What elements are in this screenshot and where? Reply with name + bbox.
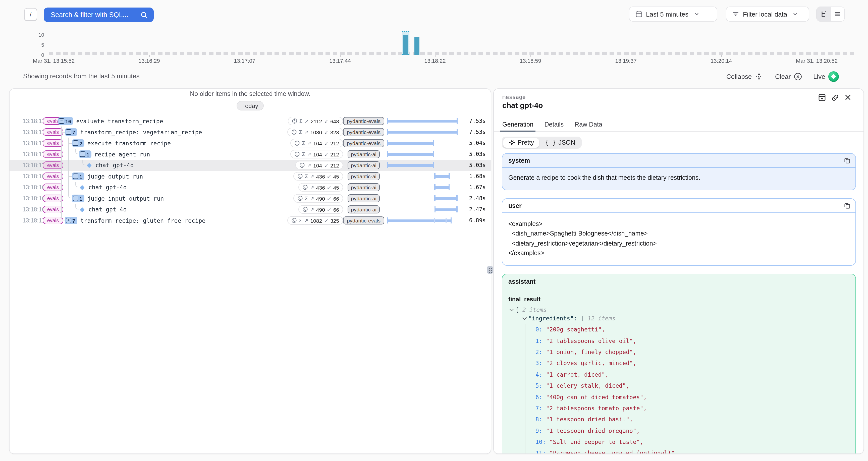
braces-icon: { } [545, 139, 556, 146]
today-pill[interactable]: Today [237, 101, 264, 111]
collapse-node-badge[interactable]: −1 [72, 173, 84, 180]
span-detail-title: chat gpt-4o [502, 101, 543, 110]
child-count: 2 [80, 140, 82, 146]
copy-icon[interactable] [844, 203, 850, 209]
json-array-item: 5:"1 celery stalk, diced", [535, 380, 849, 392]
trace-row[interactable]: 13:18:11 evals −16 evaluate transform_re… [9, 116, 491, 127]
close-icon[interactable] [844, 94, 851, 101]
records-histogram[interactable]: 10 5 0 Mar 31. 13:15:52 13:16:29 13:17:0… [0, 28, 868, 66]
duration-text: 7.53s [469, 129, 486, 135]
token-coin-icon [292, 118, 298, 124]
json-array-item: 3:"2 cloves garlic, minced", [535, 358, 849, 369]
tokens-in: 1030 [310, 129, 322, 135]
caret-down-icon[interactable] [509, 307, 514, 311]
tab-details[interactable]: Details [545, 118, 564, 131]
filter-icon [733, 10, 739, 18]
tokens-out: 325 [330, 217, 339, 223]
live-toggle[interactable]: Live [813, 71, 839, 82]
filter-local-data-dropdown[interactable]: Filter local data [726, 6, 809, 22]
item-index: 8: [535, 416, 542, 423]
search-button-label: Search & filter with SQL... [51, 11, 141, 19]
tokens-out: 45 [333, 184, 339, 190]
item-index: 4: [535, 371, 542, 378]
trace-row[interactable]: 13:18:11 evals −1 recipe_agent run Σ↗104… [9, 149, 491, 160]
token-metrics-badge: ↗436↙45 [299, 183, 343, 192]
json-array-item: 6:"400g can of diced tomatoes", [535, 392, 849, 403]
token-metrics-badge: Σ↗1030↙323 [287, 128, 343, 136]
x-tick-label: 13:16:29 [138, 58, 160, 64]
histogram-bar-1[interactable] [403, 35, 408, 55]
search-button[interactable]: Search & filter with SQL... [44, 7, 154, 22]
sigma-icon: Σ [299, 129, 302, 135]
item-index: 1: [535, 337, 542, 344]
collapse-button[interactable]: Collapse [726, 72, 763, 80]
calendar-icon [636, 10, 643, 18]
caret-down-icon[interactable] [522, 315, 527, 320]
tokens-in-arrow-icon: ↗ [310, 207, 314, 212]
sigma-icon: Σ [299, 218, 302, 223]
collapse-node-badge[interactable]: −16 [58, 117, 73, 125]
time-range-dropdown[interactable]: Last 5 minutes [629, 6, 717, 22]
trace-row-selected[interactable]: 13:18:11 evals chat gpt-4o ↗104↙212 pyda… [9, 160, 491, 171]
tokens-out: 212 [330, 151, 339, 157]
collapse-node-badge[interactable]: −2 [72, 140, 84, 147]
copy-link-icon[interactable] [831, 94, 839, 101]
tab-generation[interactable]: Generation [502, 118, 533, 131]
pretty-toggle[interactable]: Pretty [503, 138, 539, 147]
user-message-line: <examples> [508, 219, 849, 229]
tree-cell: −1 judge_input_output run [9, 193, 340, 204]
dock-panel-icon[interactable] [818, 94, 826, 101]
tokens-in: 2112 [311, 118, 322, 124]
slash-shortcut-key: / [24, 8, 37, 21]
y-tick-5: 5 [41, 42, 44, 48]
tokens-in-arrow-icon: ↗ [310, 195, 314, 201]
trace-row[interactable]: 13:18:11 evals +7 transform_recipe: glut… [9, 215, 491, 226]
expand-node-badge[interactable]: +7 [65, 217, 78, 224]
trace-row[interactable]: 13:18:16 evals −1 judge_input_output run… [9, 193, 491, 204]
trace-row[interactable]: 13:18:11 evals −7 transform_recipe: vege… [9, 127, 491, 137]
histogram-bar-2[interactable] [414, 37, 420, 55]
collapse-node-badge[interactable]: −1 [72, 194, 84, 202]
time-range-label: Last 5 minutes [646, 10, 688, 18]
copy-icon[interactable] [844, 157, 850, 164]
sigma-icon: Σ [302, 151, 305, 157]
json-toggle[interactable]: { } JSON [540, 138, 580, 147]
slash-key-label: / [30, 10, 31, 18]
list-view-toggle[interactable] [831, 7, 844, 21]
x-tick-label: Mar 31. 13:15:52 [33, 58, 74, 64]
json-array-item: 2:"1 onion, finely chopped", [535, 346, 849, 358]
token-coin-icon [294, 141, 300, 146]
showing-records-text: Showing records from the last 5 minutes [23, 72, 140, 80]
y-tick-0: 0 [41, 52, 44, 58]
json-label: JSON [559, 139, 576, 146]
item-value: "1 teaspoon dried oregano", [546, 427, 640, 434]
item-index: 5: [535, 382, 542, 389]
collapse-node-badge[interactable]: −7 [65, 128, 78, 136]
clear-button[interactable]: Clear [775, 72, 802, 81]
tokens-in-arrow-icon: ↗ [304, 129, 308, 135]
tab-raw-data[interactable]: Raw Data [575, 118, 602, 131]
child-count: 1 [80, 173, 82, 179]
item-value: "1 onion, finely chopped", [546, 348, 637, 356]
item-index: 10: [535, 438, 546, 445]
x-tick-label: 13:18:22 [424, 58, 446, 64]
trace-row[interactable]: 13:18:16 evals chat gpt-4o ↗490↙66 pydan… [9, 204, 491, 215]
trace-row[interactable]: 13:18:11 evals −2 execute transform_reci… [9, 137, 491, 149]
tokens-out-arrow-icon: ↙ [324, 129, 328, 135]
tokens-out: 323 [330, 129, 339, 135]
token-metrics-badge: Σ↗2112↙648 [288, 117, 343, 125]
sigma-icon: Σ [302, 141, 305, 146]
item-value: "1 teaspoon dried basil", [546, 416, 633, 423]
y-axis-line [49, 30, 49, 55]
trace-row[interactable]: 13:18:16 evals −1 judge_output run Σ↗436… [9, 171, 491, 182]
minus-box-icon: − [66, 129, 71, 135]
token-coin-icon [291, 218, 297, 223]
collapse-node-badge[interactable]: −1 [79, 150, 91, 158]
list-view-icon [834, 10, 841, 18]
tree-view-toggle[interactable] [817, 7, 831, 21]
trace-row[interactable]: 13:18:16 evals chat gpt-4o ↗436↙45 pydan… [9, 182, 491, 193]
json-array-count: 12 items [588, 315, 616, 321]
view-mode-toggle [816, 6, 845, 22]
assistant-message-card: assistant final_result { 2 items "ingred… [502, 274, 856, 454]
panel-resize-handle[interactable] [487, 266, 493, 274]
